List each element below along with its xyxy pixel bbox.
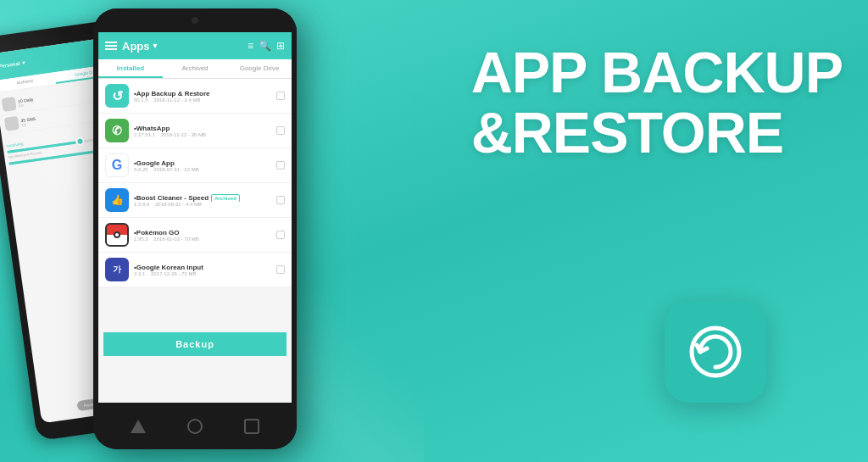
app-info-google: •Google App 5.6.25 2018-07-31 - 22 MB <box>134 159 271 172</box>
app-name-google: •Google App <box>134 159 271 167</box>
app-meta-pokemon: 1.95.3 2018-01-02 - 70 MB <box>134 237 271 242</box>
tab-google-drive[interactable]: Google Drive <box>227 59 292 78</box>
nav-recents-icon[interactable] <box>244 419 259 434</box>
app-icon-backup: ↺ <box>105 84 129 108</box>
app-info-boost: •Boost Cleaner - SpeedArchived 1.5.8.9 2… <box>134 194 271 207</box>
camera-dot <box>192 17 198 24</box>
tabs-row: Installed Archived Google Drive <box>98 59 292 79</box>
hamburger-line-3 <box>105 48 117 50</box>
tab-installed[interactable]: Installed <box>98 59 163 78</box>
app-icon-google: G <box>105 153 129 177</box>
backup-button[interactable]: Backup <box>103 332 287 356</box>
app-name-whatsapp: •WhatsApp <box>134 125 271 132</box>
app-meta-korean: 2.3.1 2017-12-29 - 73 MB <box>134 271 271 276</box>
app-list: ↺ •App Backup & Restore 50.1.5 2018-11-1… <box>98 79 292 287</box>
app-icon-boost: 👍 <box>105 188 129 212</box>
app-checkbox-pokemon[interactable] <box>276 231 285 239</box>
app-item-korean[interactable]: 가 •Google Korean Input 2.3.1 2017-12-29 … <box>98 253 292 287</box>
tab-archived[interactable]: Archived <box>163 59 227 78</box>
app-title-line1: APP BACKUP <box>471 42 843 103</box>
app-name-korean: •Google Korean Input <box>134 264 271 271</box>
search-icon[interactable]: 🔍 <box>259 40 271 52</box>
app-meta-google: 5.6.25 2018-07-31 - 22 MB <box>134 167 271 172</box>
app-checkbox-google[interactable] <box>276 161 285 170</box>
phone-bottom-nav <box>93 403 297 449</box>
app-info-backup: •App Backup & Restore 50.1.5 2018-11-12 … <box>134 90 271 103</box>
nav-home-icon[interactable] <box>187 419 203 434</box>
app-name-backup: •App Backup & Restore <box>134 90 271 97</box>
app-checkbox-boost[interactable] <box>276 196 285 204</box>
app-title-line2: &RESTORE <box>471 103 843 163</box>
phone-notch <box>93 8 297 32</box>
app-meta-backup: 50.1.5 2018-11-12 - 3.4 MB <box>134 97 271 103</box>
back-app-icon-1 <box>2 97 17 112</box>
screen-header: Apps ▼ ≡ 🔍 ⊞ <box>98 32 292 59</box>
header-icons: ≡ 🔍 ⊞ <box>248 40 285 52</box>
app-meta-whatsapp: 2.17.51.1 2018-11-12 - 30 MB <box>134 132 271 137</box>
app-info-korean: •Google Korean Input 2.3.1 2017-12-29 - … <box>134 264 271 276</box>
hamburger-line-2 <box>105 45 117 47</box>
app-item-boost[interactable]: 👍 •Boost Cleaner - SpeedArchived 1.5.8.9… <box>98 183 292 218</box>
phone-front: Apps ▼ ≡ 🔍 ⊞ Installed Archived Google D… <box>93 8 297 449</box>
promo-text: APP BACKUP &RESTORE <box>471 42 843 164</box>
grid-icon[interactable]: ⊞ <box>276 40 285 52</box>
pokeball-center <box>114 231 120 238</box>
app-checkbox-korean[interactable] <box>276 265 285 274</box>
apps-title: Apps <box>122 40 150 53</box>
back-app-icon-2 <box>4 116 19 131</box>
app-info-pokemon: •Pokémon GO 1.95.3 2018-01-02 - 70 MB <box>134 229 271 242</box>
backup-restore-icon <box>685 321 746 382</box>
app-icon <box>665 301 766 403</box>
hamburger-menu[interactable] <box>105 42 117 50</box>
filter-icon[interactable]: ≡ <box>248 40 253 52</box>
app-name-pokemon: •Pokémon GO <box>134 229 271 237</box>
app-item-whatsapp[interactable]: ✆ •WhatsApp 2.17.51.1 2018-11-12 - 30 MB <box>98 114 292 148</box>
archived-badge: Archived <box>211 194 240 202</box>
dropdown-arrow[interactable]: ▼ <box>152 42 159 50</box>
app-icon-whatsapp: ✆ <box>105 119 129 142</box>
app-checkbox-whatsapp[interactable] <box>276 126 285 135</box>
app-checkbox-backup[interactable] <box>276 92 285 100</box>
phone-screen: Apps ▼ ≡ 🔍 ⊞ Installed Archived Google D… <box>98 32 292 403</box>
app-name-boost: •Boost Cleaner - SpeedArchived <box>134 194 271 202</box>
nav-back-icon[interactable] <box>131 420 146 433</box>
app-icon-korean: 가 <box>105 258 129 281</box>
app-item-google[interactable]: G •Google App 5.6.25 2018-07-31 - 22 MB <box>98 148 292 183</box>
hamburger-line-1 <box>105 42 117 43</box>
app-info-whatsapp: •WhatsApp 2.17.51.1 2018-11-12 - 30 MB <box>134 125 271 137</box>
header-title: Apps ▼ <box>122 40 242 53</box>
app-item-pokemon[interactable]: •Pokémon GO 1.95.3 2018-01-02 - 70 MB <box>98 218 292 253</box>
app-item-backup[interactable]: ↺ •App Backup & Restore 50.1.5 2018-11-1… <box>98 79 292 114</box>
app-icon-pokemon <box>105 223 129 247</box>
app-meta-boost: 1.5.8.9 2018-08-31 - 4.4 MB <box>134 202 271 207</box>
